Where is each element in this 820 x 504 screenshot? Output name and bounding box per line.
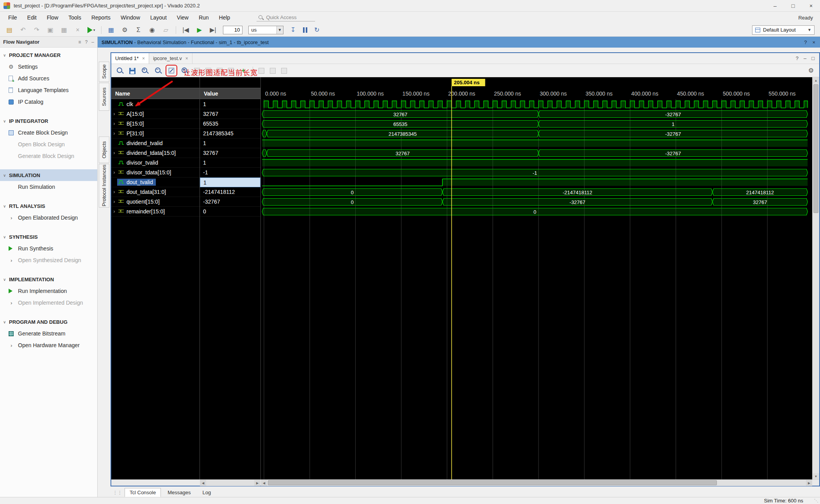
nav-item-open-hardware-manager[interactable]: ›Open Hardware Manager [0, 339, 97, 351]
menu-view[interactable]: View [172, 13, 194, 22]
side-tab-sources[interactable]: Sources [99, 83, 109, 111]
signal-value-clk[interactable]: 1 [200, 99, 260, 109]
signal-value-remainder-15-0[interactable]: 0 [200, 207, 260, 217]
collapse-icon[interactable]: – [91, 39, 94, 45]
nav-item-create-block-design[interactable]: Create Block Design [0, 127, 97, 138]
nav-item-open-implemented-design[interactable]: ›Open Implemented Design [0, 297, 97, 309]
nav-section-project-manager[interactable]: ∨PROJECT MANAGER [0, 49, 97, 61]
menu-tools[interactable]: Tools [63, 13, 86, 22]
menu-help[interactable]: Help [214, 13, 235, 22]
close-button[interactable]: × [802, 0, 820, 11]
paste-icon[interactable]: ▦ [60, 26, 68, 34]
zoom-in-icon[interactable]: + [141, 67, 149, 75]
menu-edit[interactable]: Edit [22, 13, 42, 22]
nav-item-run-implementation[interactable]: Run Implementation [0, 285, 97, 297]
bottom-tab-log[interactable]: Log [197, 488, 216, 497]
signal-row-dout-tdata-31-0[interactable]: ›dout_tdata[31:0] [111, 187, 200, 197]
nav-section-simulation[interactable]: ∨SIMULATION [0, 169, 97, 181]
restart-sim-icon[interactable]: |◀ [182, 26, 190, 34]
layout-selector[interactable]: Default Layout ▼ [752, 25, 815, 35]
scroll-down-icon[interactable]: ▼ [813, 473, 819, 479]
expander-icon[interactable]: › [111, 199, 117, 204]
editor-tab-untitled-1[interactable]: Untitled 1*× [111, 53, 149, 64]
nav-item-settings[interactable]: ⚙Settings [0, 61, 97, 73]
nav-item-add-sources[interactable]: Add Sources [0, 73, 97, 84]
signal-row-dividend-tvalid[interactable]: dividend_tvalid [111, 138, 200, 148]
redo-icon[interactable]: ↷ [33, 26, 41, 34]
help-icon[interactable]: ? [796, 55, 799, 61]
snap-to-transition-icon[interactable] [270, 68, 276, 74]
float-panel-icon[interactable]: – [804, 55, 806, 61]
value-column-scrollbar[interactable]: ◀ ▶ [200, 480, 260, 486]
signal-value-divisor-tvalid[interactable]: 1 [200, 158, 260, 168]
close-tab-icon[interactable]: × [142, 56, 145, 61]
nav-item-ip-catalog[interactable]: IP Catalog [0, 96, 97, 108]
waveform-canvas[interactable]: 0.000 ns50.000 ns100.000 ns150.000 ns200… [261, 77, 812, 479]
bottom-tab-messages[interactable]: Messages [162, 488, 196, 497]
signal-value-p-31-0[interactable]: 2147385345 [200, 129, 260, 138]
menu-window[interactable]: Window [116, 13, 145, 22]
dashboard-icon[interactable]: ▦ [107, 26, 115, 34]
run-button[interactable]: ▾ [87, 27, 95, 33]
bottom-tab-tcl-console[interactable]: Tcl Console [125, 488, 161, 497]
vertical-scrollbar[interactable]: ▲ ▼ [812, 77, 819, 479]
nav-item-language-templates[interactable]: Language Templates [0, 84, 97, 96]
edit-icon[interactable]: ▱ [162, 26, 170, 34]
signal-row-clk[interactable]: clk [111, 99, 200, 109]
drag-grip-icon[interactable]: ⋮⋮ [112, 490, 123, 497]
probe-icon[interactable]: ◉ [148, 26, 156, 34]
floating-ruler-icon[interactable] [281, 68, 287, 74]
menu-layout[interactable]: Layout [145, 13, 172, 22]
nav-section-implementation[interactable]: ∨IMPLEMENTATION [0, 273, 97, 285]
open-project-icon[interactable]: ▤ [5, 26, 13, 34]
scroll-left-icon[interactable]: ◀ [261, 480, 267, 486]
scrollbar-thumb[interactable] [813, 84, 818, 213]
time-unit-select[interactable]: us ▼ [248, 26, 283, 34]
signal-row-divisor-tdata-15-0[interactable]: ›divisor_tdata[15:0] [111, 168, 200, 177]
swap-cursor-icon[interactable] [258, 68, 264, 74]
undo-icon[interactable]: ↶ [19, 26, 27, 34]
editor-tab-ipcore-test-v[interactable]: ipcore_test.v× [149, 53, 193, 64]
side-tab-protocol-instances[interactable]: Protocol Instances [99, 164, 109, 208]
expander-icon[interactable]: › [111, 111, 117, 117]
nav-section-ip-integrator[interactable]: ∨IP INTEGRATOR [0, 115, 97, 127]
scroll-left-icon[interactable]: ◀ [200, 480, 206, 486]
menu-file[interactable]: File [3, 13, 22, 22]
signal-row-divisor-tvalid[interactable]: divisor_tvalid [111, 158, 200, 168]
nav-item-open-block-design[interactable]: Open Block Design [0, 138, 97, 150]
menu-reports[interactable]: Reports [86, 13, 116, 22]
nav-section-program-and-debug[interactable]: ∨PROGRAM AND DEBUG [0, 316, 97, 328]
resize-grip-icon[interactable]: ⋱ [814, 498, 818, 503]
nav-item-generate-block-design[interactable]: Generate Block Design [0, 150, 97, 162]
help-icon[interactable]: ? [804, 39, 807, 45]
signal-row-dividend-tdata-15-0[interactable]: ›dividend_tdata[15:0] [111, 148, 200, 158]
scroll-right-icon[interactable]: ▶ [806, 480, 812, 486]
maximize-button[interactable]: □ [784, 0, 802, 11]
signal-value-b-15-0[interactable]: 65535 [200, 119, 260, 129]
scroll-right-icon[interactable]: ▶ [254, 480, 260, 486]
expander-icon[interactable]: › [111, 121, 117, 126]
expander-icon[interactable]: › [111, 150, 117, 156]
expander-icon[interactable]: › [111, 189, 117, 195]
expander-icon[interactable]: › [111, 131, 117, 136]
step-icon[interactable]: ↧ [289, 26, 297, 34]
wave-horizontal-scrollbar[interactable]: ◀ ▶ [261, 480, 812, 486]
side-tab-objects[interactable]: Objects [99, 137, 109, 163]
signal-value-dout-tdata-31-0[interactable]: -2147418112 [200, 187, 260, 197]
signal-row-p-31-0[interactable]: ›P[31:0] [111, 129, 200, 138]
copy-icon[interactable]: ▣ [46, 26, 54, 34]
signal-row-a-15-0[interactable]: ›A[15:0] [111, 109, 200, 119]
nav-item-run-simulation[interactable]: Run Simulation [0, 181, 97, 193]
maximize-panel-icon[interactable]: □ [811, 55, 815, 61]
value-column-header[interactable]: Value [200, 88, 260, 99]
signal-value-divisor-tdata-15-0[interactable]: -1 [200, 168, 260, 177]
scrollbar-thumb[interactable] [268, 480, 717, 485]
run-for-icon[interactable]: ▶| [209, 26, 217, 34]
find-icon[interactable] [116, 67, 124, 75]
nav-item-open-elaborated-design[interactable]: ›Open Elaborated Design [0, 212, 97, 224]
delete-icon[interactable]: × [74, 26, 82, 34]
scroll-up-icon[interactable]: ▲ [813, 77, 819, 83]
minimize-button[interactable]: – [766, 0, 784, 11]
close-tab-icon[interactable]: × [185, 56, 188, 61]
name-column-header[interactable]: Name [111, 88, 200, 99]
